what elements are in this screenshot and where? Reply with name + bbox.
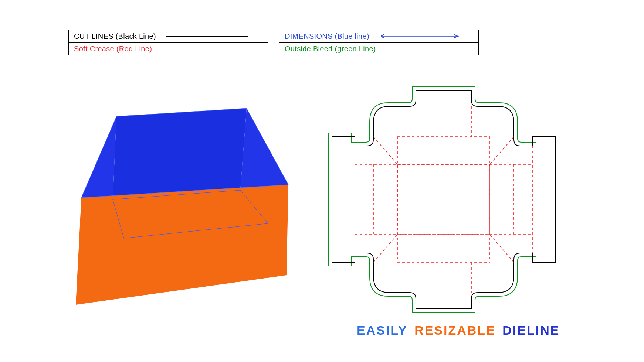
legend-row-dim: DIMENSIONS (Blue line) bbox=[279, 30, 478, 42]
legend-row-crease: Soft Crease (Red Line) bbox=[69, 42, 268, 55]
legend-col-right: DIMENSIONS (Blue line) Outside Bleed (gr… bbox=[279, 30, 479, 55]
legend-row-cut: CUT LINES (Black Line) bbox=[69, 30, 268, 42]
cut-outline bbox=[332, 90, 555, 308]
svg-line-34 bbox=[373, 137, 397, 164]
legend-label-dim: DIMENSIONS (Blue line) bbox=[285, 32, 369, 41]
tagline-w1: EASILY bbox=[357, 323, 408, 337]
svg-line-36 bbox=[373, 235, 397, 262]
tagline-w3: DIELINE bbox=[502, 323, 560, 337]
legend: CUT LINES (Black Line) Soft Crease (Red … bbox=[68, 30, 479, 55]
tagline-w2: RESIZABLE bbox=[414, 323, 496, 337]
dieline-flat bbox=[325, 85, 562, 315]
svg-rect-19 bbox=[397, 164, 490, 235]
legend-row-bleed: Outside Bleed (green Line) bbox=[279, 42, 478, 55]
tagline: EASILY RESIZABLE DIELINE bbox=[357, 323, 562, 338]
crease-lines bbox=[355, 106, 532, 293]
svg-line-37 bbox=[490, 235, 514, 262]
legend-label-bleed: Outside Bleed (green Line) bbox=[285, 45, 376, 53]
dimension-arrow-icon bbox=[380, 30, 473, 42]
svg-marker-5 bbox=[113, 108, 247, 199]
legend-label-crease: Soft Crease (Red Line) bbox=[74, 45, 152, 53]
cut-line-icon bbox=[166, 30, 262, 42]
legend-col-left: CUT LINES (Black Line) Soft Crease (Red … bbox=[68, 30, 268, 55]
bleed-line-icon bbox=[386, 43, 473, 55]
bleed-outline bbox=[328, 87, 559, 312]
box-3d-render bbox=[68, 105, 298, 310]
svg-line-35 bbox=[490, 137, 514, 164]
svg-marker-9 bbox=[76, 185, 288, 305]
legend-label-cut: CUT LINES (Black Line) bbox=[74, 32, 156, 41]
crease-line-icon bbox=[162, 43, 262, 55]
